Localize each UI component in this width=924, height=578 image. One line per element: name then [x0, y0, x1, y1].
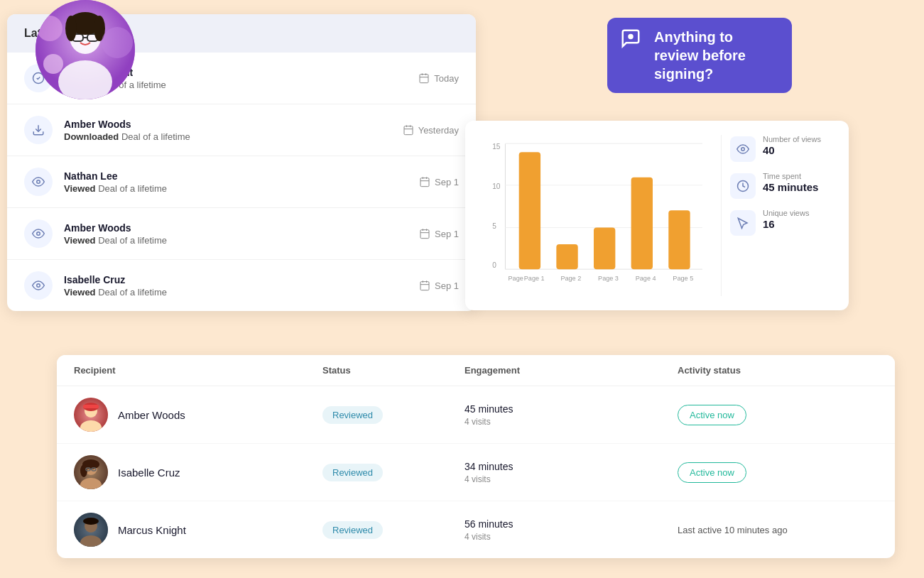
col-status: Status: [322, 365, 464, 376]
svg-text:0: 0: [492, 261, 496, 269]
activity-item[interactable]: Amber Woods Viewed Deal of a lifetime Se…: [7, 208, 476, 260]
activity-date: Sep 1: [419, 176, 459, 187]
svg-point-36: [43, 54, 63, 74]
svg-text:Page 4: Page 4: [636, 275, 656, 282]
avatar-marcus: [74, 513, 108, 547]
cursor-stat-icon: [730, 210, 756, 236]
date-text: Sep 1: [435, 280, 459, 291]
activity-action: Downloaded Deal of a lifetime: [64, 131, 391, 142]
activity-item[interactable]: Isabelle Cruz Viewed Deal of a lifetime …: [7, 260, 476, 311]
engagement-time: 45 minutes: [464, 403, 678, 415]
table-row[interactable]: Marcus Knight Reviewed 56 minutes 4 visi…: [57, 501, 895, 558]
stat-unique-content: Unique views 16: [763, 209, 809, 230]
avatar-amber: [74, 398, 108, 432]
activity-name: Isabelle Cruz: [64, 274, 408, 285]
activity-action: Viewed Deal of a lifetime: [64, 183, 408, 194]
engagement-cell: 34 minutes 4 visits: [464, 461, 678, 484]
engagement-cell: 45 minutes 4 visits: [464, 403, 678, 427]
stat-views: Number of views 40: [730, 135, 835, 162]
svg-rect-1: [420, 75, 428, 83]
stat-time-value: 45 minutes: [763, 181, 818, 193]
date-text: Yesterday: [418, 125, 459, 136]
stat-unique-value: 16: [763, 218, 809, 230]
svg-rect-50: [594, 228, 615, 270]
analytics-card: 15 10 5 0 Page Page 1: [465, 121, 849, 310]
avatar-image: [36, 0, 135, 99]
svg-point-37: [629, 35, 633, 38]
activity-date: Sep 1: [419, 228, 459, 239]
engagement-visits: 4 visits: [464, 532, 678, 542]
activity-content: Nathan Lee Viewed Deal of a lifetime: [64, 170, 408, 194]
svg-rect-52: [668, 210, 690, 269]
recipient-cell: Isabelle Cruz: [74, 455, 322, 489]
svg-point-10: [37, 180, 40, 184]
recipient-name: Marcus Knight: [118, 524, 186, 536]
stat-time-label: Time spent: [763, 172, 818, 180]
date-text: Sep 1: [435, 177, 459, 187]
eye-icon: [24, 168, 53, 196]
engagement-time: 56 minutes: [464, 518, 678, 530]
svg-point-35: [102, 27, 133, 58]
svg-rect-11: [420, 178, 429, 187]
eye-icon: [24, 271, 53, 300]
download-icon: [24, 116, 53, 144]
table-row[interactable]: Amber Woods Reviewed 45 minutes 4 visits…: [57, 386, 895, 444]
stat-time-content: Time spent 45 minutes: [763, 172, 818, 193]
svg-text:Page 1: Page 1: [524, 275, 545, 282]
stat-time: Time spent 45 minutes: [730, 172, 835, 199]
activity-status-cell: Last active 10 minutes ago: [678, 523, 878, 536]
stat-views-value: 40: [763, 144, 821, 156]
svg-rect-65: [83, 405, 99, 408]
status-cell: Reviewed: [322, 406, 464, 424]
engagement-time: 34 minutes: [464, 461, 678, 472]
engagement-cell: 56 minutes 4 visits: [464, 518, 678, 542]
status-badge: Reviewed: [322, 406, 383, 424]
activity-name: Amber Woods: [64, 119, 391, 130]
svg-rect-21: [420, 282, 429, 290]
activity-action: Viewed Deal of a lifetime: [64, 235, 408, 246]
col-activity-status: Activity status: [678, 365, 878, 376]
activity-date: Yesterday: [403, 124, 459, 136]
chart-area: 15 10 5 0 Page Page 1: [479, 135, 710, 296]
activity-status-cell: Active now: [678, 462, 878, 483]
avatar-isabelle: [74, 455, 108, 489]
activity-content: Amber Woods Downloaded Deal of a lifetim…: [64, 119, 391, 142]
recipient-name: Isabelle Cruz: [118, 467, 180, 479]
svg-point-77: [83, 518, 99, 525]
activity-item[interactable]: Amber Woods Downloaded Deal of a lifetim…: [7, 104, 476, 156]
table-row[interactable]: Isabelle Cruz Reviewed 34 minutes 4 visi…: [57, 444, 895, 501]
recipient-name: Amber Woods: [118, 409, 185, 421]
activity-name: Amber Woods: [64, 222, 408, 234]
status-cell: Reviewed: [322, 464, 464, 481]
status-badge: Reviewed: [322, 521, 383, 539]
active-now-badge: Active now: [678, 462, 746, 483]
svg-text:Page 3: Page 3: [598, 275, 619, 282]
svg-rect-16: [420, 230, 429, 239]
engagement-visits: 4 visits: [464, 474, 678, 484]
stats-sidebar: Number of views 40 Time spent 45 minutes: [721, 135, 835, 296]
svg-rect-49: [556, 244, 577, 269]
stat-unique: Unique views 16: [730, 209, 835, 236]
bar-chart: 15 10 5 0 Page Page 1: [479, 135, 710, 296]
svg-rect-51: [631, 178, 653, 270]
activity-content: Isabelle Cruz Viewed Deal of a lifetime: [64, 274, 408, 298]
svg-text:Page 5: Page 5: [673, 275, 693, 282]
recipient-cell: Marcus Knight: [74, 513, 322, 547]
chat-bubble: Anything to review before signing?: [607, 18, 792, 93]
recipient-cell: Amber Woods: [74, 398, 322, 432]
col-recipient: Recipient: [74, 365, 322, 376]
activity-item[interactable]: Nathan Lee Viewed Deal of a lifetime Sep…: [7, 156, 476, 208]
activity-content: Amber Woods Viewed Deal of a lifetime: [64, 222, 408, 246]
svg-rect-6: [404, 126, 413, 135]
eye-stat-icon: [730, 136, 756, 162]
stat-unique-label: Unique views: [763, 209, 809, 217]
activity-name: Nathan Lee: [64, 170, 408, 182]
eye-icon: [24, 219, 53, 248]
stat-views-label: Number of views: [763, 135, 821, 143]
activity-action: Viewed Deal of a lifetime: [64, 287, 408, 298]
svg-text:10: 10: [492, 182, 501, 190]
svg-point-59: [741, 148, 745, 151]
svg-rect-48: [519, 152, 540, 269]
svg-text:Page: Page: [509, 275, 523, 282]
svg-point-32: [65, 16, 77, 41]
